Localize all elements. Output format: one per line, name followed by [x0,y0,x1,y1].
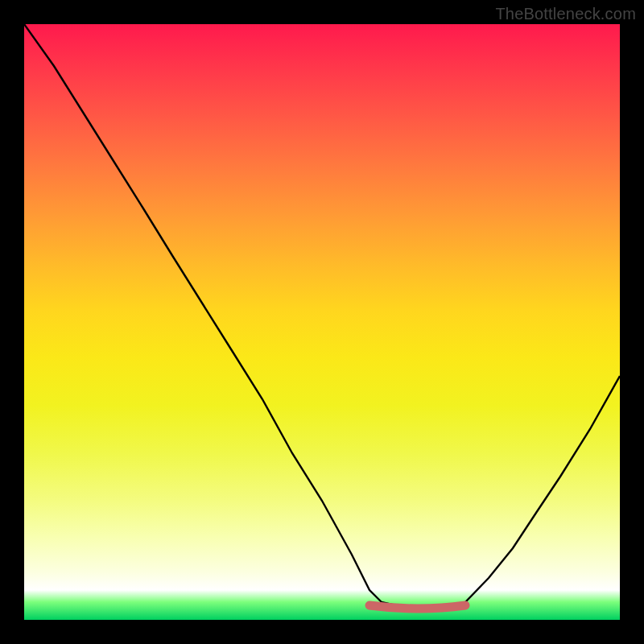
watermark-text: TheBottleneck.com [495,5,636,23]
flat-band-marker [369,605,465,609]
curve-svg [24,24,620,620]
bottleneck-curve [24,24,620,608]
plot-area [24,24,620,620]
chart-container: TheBottleneck.com [0,0,644,644]
